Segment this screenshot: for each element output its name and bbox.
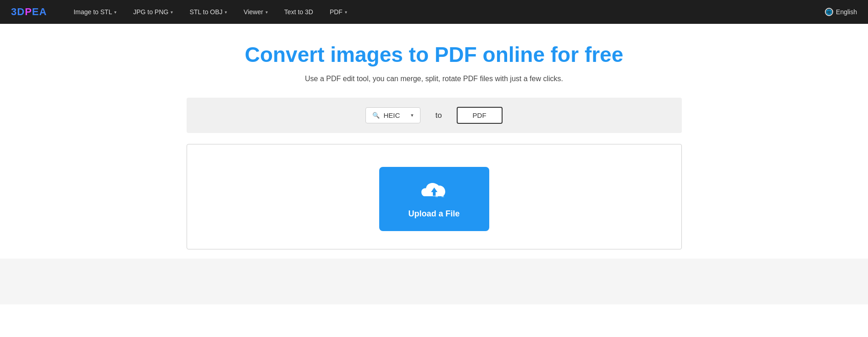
converter-bar: 🔍 HEIC ▾ to PDF <box>187 98 682 133</box>
chevron-down-icon: ▾ <box>345 10 347 15</box>
nav-item-viewer[interactable]: Viewer ▾ <box>235 0 276 24</box>
to-label: to <box>435 111 442 120</box>
input-format-label: HEIC <box>383 111 400 119</box>
chevron-down-icon: ▾ <box>265 10 268 15</box>
nav-label-pdf: PDF <box>330 8 343 16</box>
footer-area <box>0 259 868 304</box>
page-subtitle: Use a PDF edit tool, you can merge, spli… <box>305 75 563 83</box>
chevron-down-icon: ▾ <box>411 112 414 118</box>
upload-label: Upload a File <box>408 209 459 219</box>
main-content: Convert images to PDF online for free Us… <box>0 24 868 259</box>
chevron-down-icon: ▾ <box>225 10 227 15</box>
chevron-down-icon: ▾ <box>171 10 173 15</box>
nav-label-image-to-stl: Image to STL <box>73 8 112 16</box>
nav-label-stl-to-obj: STL to OBJ <box>189 8 222 16</box>
nav-item-image-to-stl[interactable]: Image to STL ▾ <box>65 0 125 24</box>
input-format-selector[interactable]: 🔍 HEIC ▾ <box>365 107 420 123</box>
nav-label-text-to-3d: Text to 3D <box>284 8 313 16</box>
upload-button[interactable]: Upload a File <box>379 167 489 231</box>
nav-item-jpg-to-png[interactable]: JPG to PNG ▾ <box>125 0 181 24</box>
logo-p: P <box>25 6 32 17</box>
upload-container: Upload a File <box>187 144 682 249</box>
output-format-label: PDF <box>473 111 487 119</box>
nav-item-stl-to-obj[interactable]: STL to OBJ ▾ <box>181 0 235 24</box>
nav-item-text-to-3d[interactable]: Text to 3D <box>276 0 321 24</box>
language-selector[interactable]: 🌐 English <box>825 8 857 16</box>
nav-label-viewer: Viewer <box>243 8 263 16</box>
logo-3d: 3D <box>11 6 25 17</box>
logo-ea: EA <box>32 6 47 17</box>
nav-items: Image to STL ▾ JPG to PNG ▾ STL to OBJ ▾… <box>65 0 825 24</box>
globe-icon: 🌐 <box>825 8 833 16</box>
chevron-down-icon: ▾ <box>114 10 116 15</box>
page-title: Convert images to PDF online for free <box>245 42 624 67</box>
navbar: 3DPEA Image to STL ▾ JPG to PNG ▾ STL to… <box>0 0 868 24</box>
nav-label-jpg-to-png: JPG to PNG <box>133 8 168 16</box>
language-label: English <box>836 8 857 16</box>
nav-item-pdf[interactable]: PDF ▾ <box>321 0 355 24</box>
search-icon: 🔍 <box>372 112 380 119</box>
output-format-selector[interactable]: PDF <box>457 107 503 124</box>
cloud-upload-icon <box>418 180 451 204</box>
logo[interactable]: 3DPEA <box>11 6 47 18</box>
